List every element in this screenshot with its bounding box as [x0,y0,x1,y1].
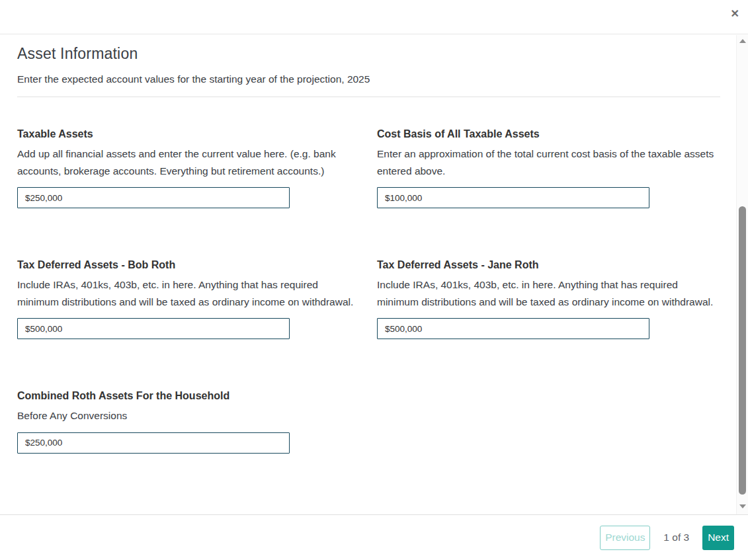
page-title: Asset Information [17,45,720,63]
field-description: Add up all financial assets and enter th… [17,145,360,179]
cost-basis-input[interactable] [377,187,649,208]
previous-button[interactable]: Previous [600,526,650,550]
page-subtitle: Enter the expected account values for th… [17,71,720,88]
field-combined-roth: Combined Roth Assets For the Household B… [17,390,360,454]
close-icon[interactable]: ✕ [731,9,739,19]
fields-grid: Taxable Assets Add up all financial asse… [17,128,720,454]
next-button[interactable]: Next [702,526,734,550]
field-label: Cost Basis of All Taxable Assets [377,128,720,140]
field-label: Tax Deferred Assets - Bob Roth [17,259,360,270]
dialog-footer: Previous 1 of 3 Next [0,514,748,560]
field-label: Combined Roth Assets For the Household [17,390,360,401]
header-divider [17,97,720,97]
field-label: Taxable Assets [17,128,360,140]
field-cost-basis: Cost Basis of All Taxable Assets Enter a… [377,128,720,208]
taxable-assets-input[interactable] [17,187,290,208]
scroll-up-arrow-icon[interactable] [739,39,746,43]
field-label: Tax Deferred Assets - Jane Roth [377,259,720,270]
field-description: Include IRAs, 401ks, 403b, etc. in here.… [17,276,360,310]
dialog-header: ✕ [0,0,748,34]
field-empty-slot [377,390,720,454]
field-description: Include IRAs, 401ks, 403b, etc. in here.… [377,276,720,310]
field-description: Before Any Conversions [17,407,360,424]
scroll-down-arrow-icon[interactable] [739,504,746,508]
field-description: Enter an approximation of the total curr… [377,145,720,179]
tax-deferred-bob-input[interactable] [17,318,290,339]
scrollbar[interactable] [736,35,748,514]
dialog-body: Asset Information Enter the expected acc… [0,35,736,514]
field-tax-deferred-jane: Tax Deferred Assets - Jane Roth Include … [377,259,720,339]
field-tax-deferred-bob: Tax Deferred Assets - Bob Roth Include I… [17,259,360,339]
page-indicator: 1 of 3 [663,532,689,543]
asset-information-dialog: ✕ Asset Information Enter the expected a… [0,0,748,560]
combined-roth-input[interactable] [17,432,290,454]
tax-deferred-jane-input[interactable] [377,318,649,339]
field-taxable-assets: Taxable Assets Add up all financial asse… [17,128,360,208]
scrollbar-thumb[interactable] [739,206,746,495]
